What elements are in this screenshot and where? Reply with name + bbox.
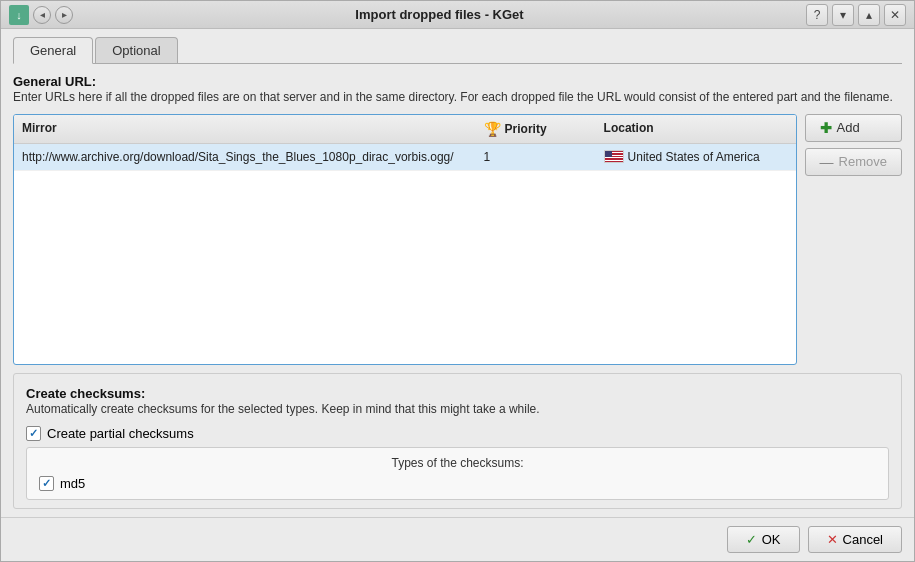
titlebar: ↓ ◂ ▸ Import dropped files - KGet ? ▾ ▴ …: [1, 1, 914, 29]
cancel-x-icon: ✕: [827, 532, 838, 547]
bottom-bar: ✓ OK ✕ Cancel: [1, 517, 914, 561]
titlebar-app-icon: ↓: [9, 5, 29, 25]
mirror-table-body[interactable]: http://www.archive.org/download/Sita_Sin…: [14, 144, 796, 364]
scroll-down-button[interactable]: ▾: [832, 4, 854, 26]
add-mirror-button[interactable]: ✚ Add: [805, 114, 902, 142]
priority-icon: 🏆: [484, 121, 501, 137]
checksums-types-section: Types of the checksums: md5: [26, 447, 889, 500]
tab-general-content: General URL: Enter URLs here if all the …: [13, 70, 902, 509]
mirror-table-header: Mirror 🏆 Priority Location: [14, 115, 796, 144]
checksums-title: Create checksums:: [26, 386, 889, 401]
add-icon: ✚: [820, 120, 832, 136]
ok-button[interactable]: ✓ OK: [727, 526, 800, 553]
location-cell: United States of America: [596, 148, 796, 166]
ok-check-icon: ✓: [746, 532, 757, 547]
tab-optional[interactable]: Optional: [95, 37, 177, 63]
main-window: ↓ ◂ ▸ Import dropped files - KGet ? ▾ ▴ …: [0, 0, 915, 562]
window-title: Import dropped files - KGet: [79, 7, 800, 22]
titlebar-left-controls: ↓ ◂ ▸: [9, 5, 73, 25]
tab-general[interactable]: General: [13, 37, 93, 64]
md5-checkbox[interactable]: [39, 476, 54, 491]
partial-checksums-label: Create partial checksums: [47, 426, 194, 441]
url-section-title: General URL:: [13, 74, 902, 89]
mirror-section-row: Mirror 🏆 Priority Location: [13, 114, 902, 365]
main-content: General Optional General URL: Enter URLs…: [1, 29, 914, 517]
scroll-up-button[interactable]: ▴: [858, 4, 880, 26]
mirror-cell: http://www.archive.org/download/Sita_Sin…: [14, 148, 476, 166]
col-location-header: Location: [596, 119, 796, 139]
md5-label: md5: [60, 476, 85, 491]
url-section: General URL: Enter URLs here if all the …: [13, 70, 902, 106]
partial-checksums-checkbox[interactable]: [26, 426, 41, 441]
tab-bar: General Optional: [13, 37, 902, 64]
checksums-desc: Automatically create checksums for the s…: [26, 401, 889, 418]
col-mirror-header: Mirror: [14, 119, 476, 139]
flag-us-icon: [604, 150, 624, 163]
mirror-table: Mirror 🏆 Priority Location: [13, 114, 797, 365]
remove-icon: —: [820, 154, 834, 170]
titlebar-forward-btn[interactable]: ▸: [55, 6, 73, 24]
col-priority-header: 🏆 Priority: [476, 119, 596, 139]
help-button[interactable]: ?: [806, 4, 828, 26]
checksums-types-label: Types of the checksums:: [39, 456, 876, 470]
remove-mirror-button[interactable]: — Remove: [805, 148, 902, 176]
partial-checksums-row: Create partial checksums: [26, 426, 889, 441]
md5-row: md5: [39, 476, 876, 491]
url-section-desc: Enter URLs here if all the dropped files…: [13, 89, 902, 106]
priority-cell: 1: [476, 148, 596, 166]
titlebar-back-btn[interactable]: ◂: [33, 6, 51, 24]
titlebar-right-controls: ? ▾ ▴ ✕: [806, 4, 906, 26]
table-row[interactable]: http://www.archive.org/download/Sita_Sin…: [14, 144, 796, 171]
mirror-side-buttons: ✚ Add — Remove: [805, 114, 902, 365]
checksums-section: Create checksums: Automatically create c…: [13, 373, 902, 509]
close-button[interactable]: ✕: [884, 4, 906, 26]
cancel-button[interactable]: ✕ Cancel: [808, 526, 902, 553]
